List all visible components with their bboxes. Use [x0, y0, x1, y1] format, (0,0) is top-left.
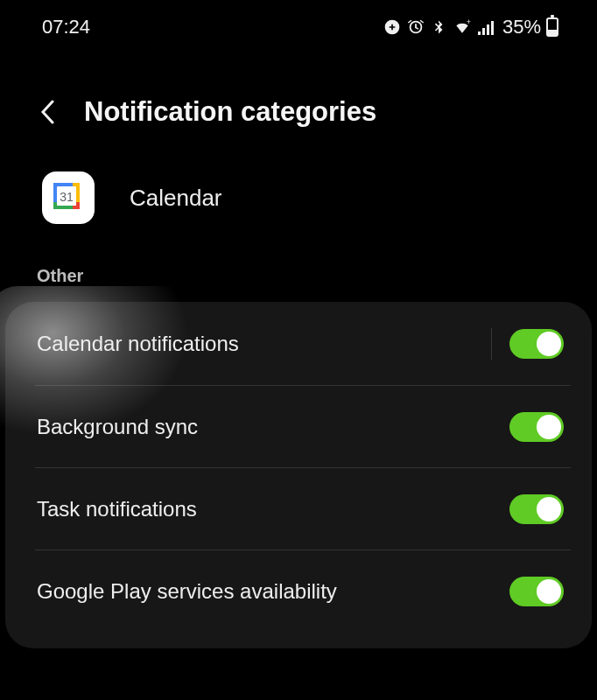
svg-rect-2 — [482, 28, 485, 35]
toggle-knob — [537, 332, 561, 356]
status-icons: + 35% — [383, 16, 558, 38]
page-title: Notification categories — [84, 96, 376, 128]
bluetooth-icon — [431, 18, 446, 37]
toggle-knob — [537, 497, 561, 522]
setting-label: Calendar notifications — [37, 332, 239, 356]
setting-calendar-notifications[interactable]: Calendar notifications — [5, 302, 592, 386]
toggle-task-notifications[interactable] — [509, 494, 564, 524]
calendar-app-icon: 31 — [42, 172, 95, 224]
alarm-icon — [406, 18, 425, 37]
toggle-background-sync[interactable] — [509, 412, 564, 442]
setting-label: Google Play services availability — [37, 579, 337, 604]
setting-label: Background sync — [37, 415, 198, 439]
status-bar: 07:24 + 35% — [0, 0, 597, 54]
divider — [491, 328, 492, 360]
app-row[interactable]: 31 Calendar — [0, 145, 597, 250]
signal-icon — [478, 19, 495, 35]
toggle-google-play-availability[interactable] — [509, 577, 564, 606]
settings-card: Calendar notifications Background sync T… — [5, 302, 592, 648]
status-time: 07:24 — [42, 16, 90, 38]
app-name: Calendar — [130, 185, 222, 212]
back-button[interactable] — [35, 100, 60, 124]
svg-text:31: 31 — [60, 190, 74, 204]
setting-label: Task notifications — [37, 497, 197, 522]
setting-background-sync[interactable]: Background sync — [5, 386, 592, 468]
battery-icon — [546, 18, 558, 37]
chevron-left-icon — [40, 100, 54, 124]
svg-rect-4 — [491, 21, 494, 35]
battery-percent: 35% — [502, 16, 541, 38]
toggle-calendar-notifications[interactable] — [509, 329, 564, 359]
section-label: Other — [0, 250, 597, 297]
toggle-knob — [537, 579, 561, 604]
svg-rect-1 — [478, 32, 481, 35]
header: Notification categories — [0, 54, 597, 145]
toggle-knob — [537, 415, 561, 439]
wifi-icon: + — [452, 18, 473, 36]
svg-rect-3 — [487, 24, 489, 35]
setting-google-play-availability[interactable]: Google Play services availability — [5, 550, 592, 633]
data-saver-icon — [383, 18, 401, 36]
svg-text:+: + — [467, 18, 471, 26]
setting-task-notifications[interactable]: Task notifications — [5, 468, 592, 550]
